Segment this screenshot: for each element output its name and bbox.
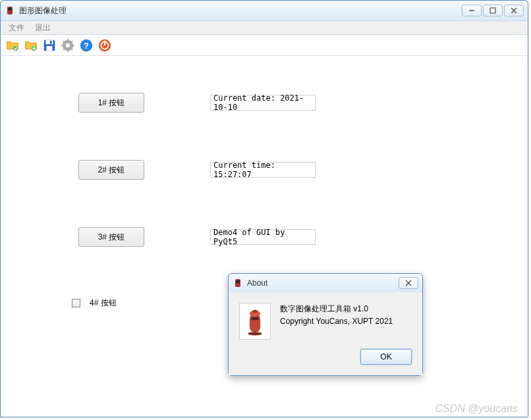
row-4: 4# 按钮 — [1, 298, 117, 309]
svg-rect-1 — [8, 8, 12, 11]
close-button[interactable] — [504, 5, 524, 16]
dialog-close-button[interactable] — [399, 277, 418, 289]
svg-rect-36 — [252, 317, 259, 321]
row-1: 1# 按钮 Current date: 2021-10-10 — [1, 93, 528, 113]
svg-point-15 — [66, 43, 70, 47]
svg-rect-19 — [72, 45, 74, 46]
save-icon[interactable] — [42, 38, 57, 53]
ok-button[interactable]: OK — [360, 349, 412, 365]
postbox-icon — [239, 303, 271, 340]
menu-file[interactable]: 文件 — [3, 21, 30, 35]
button-1[interactable]: 1# 按钮 — [78, 93, 144, 113]
dialog-line1: 数字图像处理工具箱 v1.0 — [280, 303, 393, 315]
titlebar[interactable]: 图形图像处理 — [1, 1, 528, 20]
about-dialog: About 数字图像处理工具箱 v1.0 Copyright YouCans, … — [228, 273, 423, 376]
dialog-body: 数字图像处理工具箱 v1.0 Copyright YouCans, XUPT 2… — [229, 292, 422, 375]
row-2: 2# 按钮 Current time: 15:27:07 — [1, 160, 528, 180]
dialog-titlebar[interactable]: About — [229, 274, 422, 292]
svg-rect-18 — [61, 45, 64, 46]
app-icon — [5, 5, 15, 16]
gear-icon[interactable] — [60, 38, 76, 53]
dialog-line2: Copyright YouCans, XUPT 2021 — [280, 315, 393, 328]
row-3: 3# 按钮 Demo4 of GUI by PyQt5 — [1, 227, 528, 247]
help-icon[interactable]: ? — [78, 38, 94, 53]
window-title: 图形图像处理 — [19, 5, 67, 16]
svg-point-37 — [252, 309, 257, 313]
dialog-title: About — [247, 278, 267, 288]
svg-rect-17 — [67, 49, 69, 52]
button-3[interactable]: 3# 按钮 — [78, 227, 144, 247]
svg-rect-30 — [236, 280, 240, 283]
textfield-3[interactable]: Demo4 of GUI by PyQt5 — [210, 229, 316, 245]
menubar: 文件 退出 — [1, 20, 528, 35]
svg-rect-11 — [46, 39, 53, 43]
svg-rect-12 — [46, 45, 52, 50]
folder-add-icon[interactable] — [23, 38, 39, 53]
textfield-1[interactable]: Current date: 2021-10-10 — [210, 95, 316, 111]
svg-rect-13 — [50, 40, 52, 43]
dialog-app-icon — [233, 278, 243, 288]
svg-rect-3 — [490, 8, 495, 13]
toolbar: ? — [1, 35, 528, 56]
checkbox-4[interactable] — [72, 299, 80, 307]
maximize-button[interactable] — [483, 5, 503, 16]
window-controls — [462, 5, 524, 16]
power-icon[interactable] — [97, 38, 113, 53]
svg-text:?: ? — [84, 40, 89, 50]
textfield-2[interactable]: Current time: 15:27:07 — [210, 162, 316, 178]
dialog-text: 数字图像处理工具箱 v1.0 Copyright YouCans, XUPT 2… — [280, 303, 393, 340]
folder-open-icon[interactable] — [5, 38, 20, 53]
minimize-button[interactable] — [462, 5, 482, 16]
button-2[interactable]: 2# 按钮 — [78, 160, 144, 180]
menu-exit[interactable]: 退出 — [30, 21, 56, 35]
svg-rect-16 — [67, 38, 69, 41]
checkbox-4-label: 4# 按钮 — [90, 298, 117, 309]
